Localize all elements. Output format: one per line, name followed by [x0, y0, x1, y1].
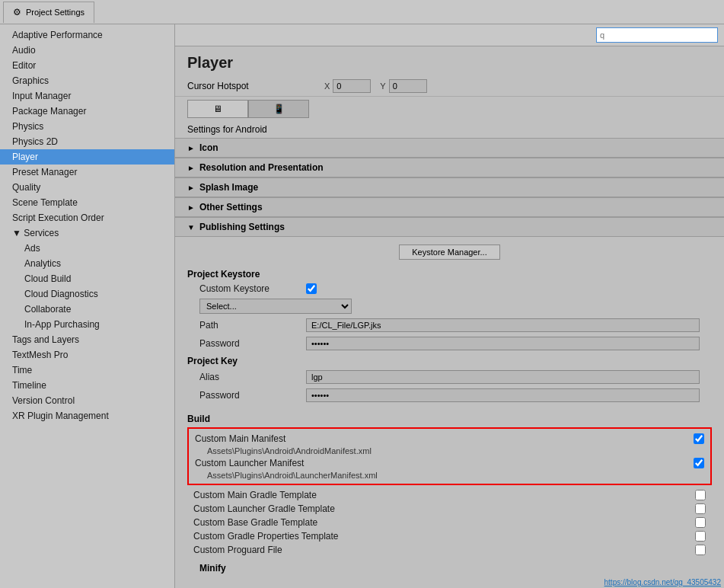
- keystore-select[interactable]: Select...: [199, 299, 352, 314]
- custom-gradle-properties-label: Custom Gradle Properties Template: [193, 531, 695, 542]
- alias-row: Alias lgp: [187, 368, 712, 386]
- project-settings-tab[interactable]: ⚙ Project Settings: [3, 2, 94, 23]
- sidebar-item-preset-manager[interactable]: Preset Manager: [0, 165, 174, 180]
- sidebar-item-textmesh-pro[interactable]: TextMesh Pro: [0, 347, 174, 363]
- gear-icon: ⚙: [13, 7, 21, 18]
- platform-tabs: 🖥 📱: [175, 97, 724, 121]
- desktop-tab[interactable]: 🖥: [187, 100, 248, 118]
- y-label: Y: [380, 81, 385, 91]
- content-panel: Player Cursor Hotspot X Y 🖥 📱 Settings f…: [175, 24, 724, 588]
- search-input[interactable]: [596, 27, 718, 43]
- custom-proguard-checkbox[interactable]: [695, 545, 706, 555]
- footer-link[interactable]: https://blog.csdn.net/qq_43505432: [604, 578, 721, 586]
- sidebar-item-adaptive-performance[interactable]: Adaptive Performance: [0, 27, 174, 43]
- custom-main-gradle-row: Custom Main Gradle Template: [187, 488, 712, 502]
- sidebar-item-ads[interactable]: Ads: [0, 241, 174, 256]
- icon-section-header[interactable]: ► Icon: [175, 138, 724, 158]
- custom-launcher-gradle-row: Custom Launcher Gradle Template: [187, 502, 712, 516]
- sidebar-item-time[interactable]: Time: [0, 363, 174, 378]
- sidebar-item-cloud-diagnostics[interactable]: Cloud Diagnostics: [0, 286, 174, 302]
- custom-keystore-row: Custom Keystore: [187, 281, 712, 296]
- sidebar-item-player[interactable]: Player: [0, 149, 174, 165]
- custom-keystore-checkbox[interactable]: [306, 283, 317, 294]
- player-heading: Player: [175, 46, 724, 76]
- sidebar-item-graphics[interactable]: Graphics: [0, 73, 174, 88]
- main-layout: Adaptive PerformanceAudioEditorGraphicsI…: [0, 24, 724, 588]
- resolution-arrow: ►: [187, 164, 195, 172]
- sidebar: Adaptive PerformanceAudioEditorGraphicsI…: [0, 24, 175, 588]
- custom-base-gradle-label: Custom Base Gradle Template: [193, 517, 695, 528]
- minify-label: Minify: [187, 560, 712, 577]
- search-bar: [175, 24, 724, 46]
- sidebar-item--services[interactable]: ▼ Services: [0, 225, 174, 241]
- custom-base-gradle-row: Custom Base Gradle Template: [187, 516, 712, 529]
- custom-gradle-properties-row: Custom Gradle Properties Template: [187, 529, 712, 543]
- key-password-label: Password: [199, 390, 306, 401]
- custom-main-manifest-path: Assets\Plugins\Android\AndroidManifest.x…: [189, 446, 710, 456]
- custom-base-gradle-checkbox[interactable]: [695, 517, 706, 528]
- splash-section-label: Splash Image: [199, 182, 258, 193]
- cursor-hotspot-label: Cursor Hotspot: [187, 81, 324, 91]
- project-key-label: Project Key: [187, 353, 712, 368]
- coord-y-group: Y: [380, 79, 426, 93]
- publishing-arrow: ▼: [187, 223, 195, 232]
- sidebar-item-cloud-build[interactable]: Cloud Build: [0, 271, 174, 286]
- android-tab[interactable]: 📱: [248, 100, 309, 118]
- sidebar-item-input-manager[interactable]: Input Manager: [0, 88, 174, 104]
- sidebar-item-analytics[interactable]: Analytics: [0, 256, 174, 271]
- sidebar-item-timeline[interactable]: Timeline: [0, 378, 174, 393]
- password-row: Password ••••••: [187, 334, 712, 353]
- publishing-content: Keystore Manager... Project Keystore Cus…: [175, 237, 724, 409]
- custom-launcher-gradle-label: Custom Launcher Gradle Template: [193, 503, 695, 514]
- custom-launcher-gradle-checkbox[interactable]: [695, 503, 706, 514]
- cursor-y-input[interactable]: [389, 79, 427, 93]
- sidebar-item-scene-template[interactable]: Scene Template: [0, 195, 174, 210]
- sidebar-item-physics[interactable]: Physics: [0, 119, 174, 134]
- key-password-value: ••••••: [306, 388, 700, 402]
- sidebar-item-xr-plugin-management[interactable]: XR Plugin Management: [0, 408, 174, 423]
- custom-main-manifest-checkbox[interactable]: [694, 433, 704, 444]
- sidebar-item-editor[interactable]: Editor: [0, 58, 174, 73]
- build-title: Build: [187, 414, 712, 424]
- publishing-section-label: Publishing Settings: [199, 222, 285, 232]
- custom-proguard-label: Custom Proguard File: [193, 545, 695, 555]
- red-outlined-box: Custom Main Manifest Assets\Plugins\Andr…: [187, 427, 712, 485]
- resolution-section-header[interactable]: ► Resolution and Presentation: [175, 158, 724, 177]
- sidebar-item-collaborate[interactable]: Collaborate: [0, 302, 174, 317]
- sidebar-item-script-execution-order[interactable]: Script Execution Order: [0, 210, 174, 225]
- alias-value: lgp: [306, 370, 700, 384]
- custom-gradle-properties-checkbox[interactable]: [695, 531, 706, 542]
- desktop-icon: 🖥: [213, 104, 222, 114]
- custom-launcher-manifest-label: Custom Launcher Manifest: [195, 458, 694, 468]
- key-password-row: Password ••••••: [187, 386, 712, 404]
- path-row: Path E:/CL_File/LGP.jks: [187, 316, 712, 334]
- publishing-section-header[interactable]: ▼ Publishing Settings: [175, 217, 724, 237]
- path-label: Path: [199, 320, 306, 331]
- other-section-header[interactable]: ► Other Settings: [175, 197, 724, 217]
- icon-section-label: Icon: [199, 142, 218, 153]
- title-bar: ⚙ Project Settings: [0, 0, 724, 24]
- sidebar-item-in-app-purchasing[interactable]: In-App Purchasing: [0, 317, 174, 332]
- cursor-hotspot-row: Cursor Hotspot X Y: [175, 76, 724, 97]
- sidebar-item-audio[interactable]: Audio: [0, 43, 174, 58]
- custom-main-manifest-label: Custom Main Manifest: [195, 433, 694, 444]
- sidebar-item-quality[interactable]: Quality: [0, 180, 174, 195]
- custom-keystore-label: Custom Keystore: [199, 283, 306, 294]
- sidebar-item-physics-2d[interactable]: Physics 2D: [0, 134, 174, 149]
- cursor-x-input[interactable]: [333, 79, 371, 93]
- custom-main-gradle-checkbox[interactable]: [695, 490, 706, 500]
- splash-section-header[interactable]: ► Splash Image: [175, 177, 724, 197]
- custom-main-manifest-row: Custom Main Manifest: [189, 432, 710, 446]
- keystore-manager-button[interactable]: Keystore Manager...: [399, 244, 499, 260]
- custom-launcher-manifest-checkbox[interactable]: [694, 458, 704, 468]
- sidebar-item-version-control[interactable]: Version Control: [0, 393, 174, 408]
- tab-label: Project Settings: [26, 8, 85, 17]
- custom-launcher-manifest-row: Custom Launcher Manifest: [189, 456, 710, 470]
- other-arrow: ►: [187, 203, 195, 212]
- settings-for-label: Settings for Android: [175, 121, 724, 138]
- password-label: Password: [199, 338, 306, 349]
- path-value: E:/CL_File/LGP.jks: [306, 318, 700, 332]
- sidebar-item-package-manager[interactable]: Package Manager: [0, 104, 174, 119]
- splash-arrow: ►: [187, 184, 195, 192]
- sidebar-item-tags-and-layers[interactable]: Tags and Layers: [0, 332, 174, 347]
